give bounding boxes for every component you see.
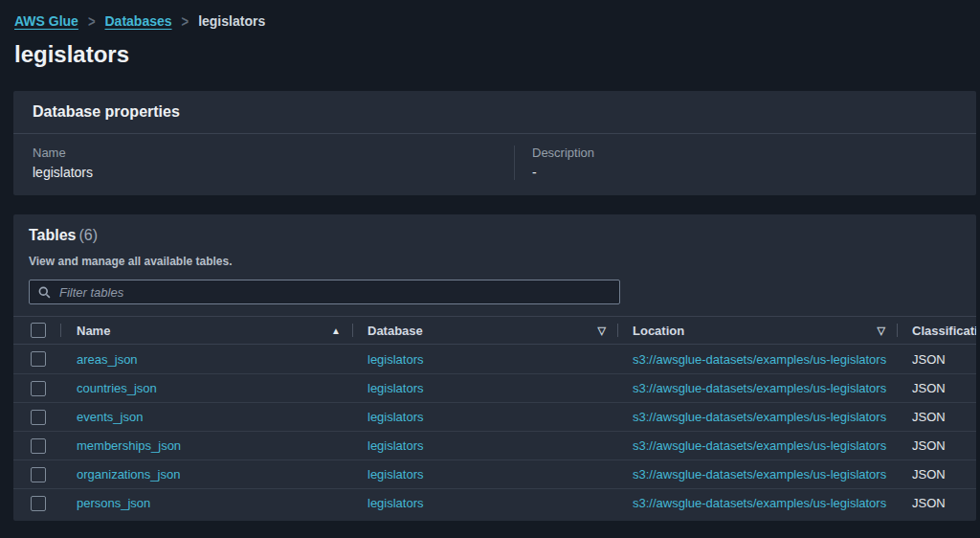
cell-select [13, 460, 60, 488]
row-checkbox[interactable] [31, 410, 46, 425]
table-row: memberships_json legislators s3://awsglu… [13, 431, 976, 460]
cell-database: legislators [352, 432, 617, 460]
header-cell-name[interactable]: Name ▲ [60, 317, 352, 344]
property-name-label: Name [33, 146, 514, 160]
filter-tables-input[interactable] [57, 284, 611, 301]
cell-name: countries_json [60, 374, 352, 402]
table-row: countries_json legislators s3://awsglue-… [13, 373, 976, 402]
cell-classification: JSON [897, 460, 976, 488]
row-checkbox[interactable] [31, 351, 46, 367]
header-cell-classification[interactable]: Classification [897, 317, 976, 344]
location-link[interactable]: s3://awsglue-datasets/examples/us-legisl… [633, 496, 897, 510]
cell-database: legislators [352, 345, 617, 373]
cell-location: s3://awsglue-datasets/examples/us-legisl… [617, 345, 897, 373]
cell-classification: JSON [897, 403, 976, 431]
database-link[interactable]: legislators [368, 467, 424, 482]
cell-location: s3://awsglue-datasets/examples/us-legisl… [617, 432, 897, 460]
classification-value: JSON [912, 467, 946, 482]
location-link[interactable]: s3://awsglue-datasets/examples/us-legisl… [633, 438, 897, 453]
row-checkbox[interactable] [31, 496, 46, 511]
tables-title-text: Tables [29, 227, 77, 243]
property-name-value: legislators [33, 165, 514, 180]
cell-database: legislators [352, 374, 617, 402]
page-title: legislators [14, 41, 980, 68]
table-name-link[interactable]: events_json [77, 410, 143, 424]
row-checkbox[interactable] [31, 467, 46, 482]
sort-indicator-icon[interactable]: ▽ [598, 325, 606, 337]
table-row: events_json legislators s3://awsglue-dat… [13, 402, 976, 431]
header-cell-select [13, 317, 60, 344]
breadcrumb-link-aws-glue[interactable]: AWS Glue [14, 13, 78, 29]
row-checkbox[interactable] [31, 438, 46, 454]
filter-tables-box[interactable] [29, 280, 620, 304]
cell-database: legislators [352, 403, 617, 431]
cell-location: s3://awsglue-datasets/examples/us-legisl… [617, 374, 897, 402]
tables-panel: Tables(6) View and manage all available … [13, 214, 976, 521]
classification-value: JSON [912, 496, 946, 510]
cell-classification: JSON [897, 345, 976, 373]
classification-value: JSON [912, 381, 946, 395]
cell-select [13, 403, 60, 431]
tables-title: Tables(6) [29, 226, 961, 245]
cell-select [13, 432, 60, 460]
cell-location: s3://awsglue-datasets/examples/us-legisl… [617, 460, 897, 488]
sort-indicator-icon[interactable]: ▽ [878, 325, 885, 337]
cell-location: s3://awsglue-datasets/examples/us-legisl… [617, 489, 897, 517]
database-link[interactable]: legislators [368, 381, 424, 395]
breadcrumb-current: legislators [198, 13, 265, 29]
table-name-link[interactable]: organizations_json [77, 467, 180, 482]
header-cell-database[interactable]: Database ▽ [352, 317, 617, 344]
location-link[interactable]: s3://awsglue-datasets/examples/us-legisl… [633, 410, 897, 424]
property-name: Name legislators [33, 146, 514, 180]
column-label-classification: Classification [912, 324, 976, 338]
classification-value: JSON [912, 410, 946, 424]
row-checkbox[interactable] [31, 381, 46, 396]
cell-name: organizations_json [60, 460, 352, 488]
cell-classification: JSON [897, 489, 976, 517]
database-properties-panel: Database properties Name legislators Des… [13, 91, 976, 195]
search-icon [38, 286, 51, 299]
database-link[interactable]: legislators [368, 410, 424, 424]
cell-classification: JSON [897, 432, 976, 460]
cell-name: persons_json [60, 489, 352, 517]
cell-name: events_json [60, 403, 352, 431]
table-row: persons_json legislators s3://awsglue-da… [13, 488, 976, 517]
classification-value: JSON [912, 438, 946, 453]
tables-description: View and manage all available tables. [29, 255, 961, 268]
table-name-link[interactable]: areas_json [77, 352, 138, 367]
property-description-value: - [532, 165, 957, 180]
cell-name: areas_json [60, 345, 352, 373]
breadcrumb-link-databases[interactable]: Databases [105, 13, 172, 29]
column-label-location: Location [633, 324, 684, 338]
property-description: Description - [514, 146, 957, 180]
database-properties-body: Name legislators Description - [13, 134, 976, 195]
breadcrumb-separator-icon: > [182, 12, 189, 31]
cell-database: legislators [352, 489, 617, 517]
table-row: areas_json legislators s3://awsglue-data… [13, 345, 976, 373]
database-link[interactable]: legislators [368, 352, 424, 367]
location-link[interactable]: s3://awsglue-datasets/examples/us-legisl… [633, 352, 897, 367]
tables-panel-header: Tables(6) View and manage all available … [13, 214, 976, 268]
tables-count-badge: (6) [79, 227, 99, 243]
column-label-name: Name [77, 324, 110, 338]
table-name-link[interactable]: persons_json [77, 496, 150, 510]
cell-select [13, 374, 60, 402]
location-link[interactable]: s3://awsglue-datasets/examples/us-legisl… [633, 467, 897, 482]
column-label-database: Database [368, 324, 423, 338]
database-link[interactable]: legislators [368, 438, 424, 453]
table-header-row: Name ▲ Database ▽ Location ▽ Classificat… [13, 316, 976, 345]
table-name-link[interactable]: memberships_json [77, 438, 181, 453]
breadcrumb-separator-icon: > [88, 12, 96, 31]
cell-classification: JSON [897, 374, 976, 402]
select-all-checkbox[interactable] [31, 323, 46, 338]
sort-ascending-icon[interactable]: ▲ [331, 325, 341, 336]
classification-value: JSON [912, 352, 946, 367]
location-link[interactable]: s3://awsglue-datasets/examples/us-legisl… [633, 381, 897, 395]
tables-table: Name ▲ Database ▽ Location ▽ Classificat… [13, 316, 976, 517]
database-link[interactable]: legislators [368, 496, 424, 510]
table-row: organizations_json legislators s3://awsg… [13, 460, 976, 488]
breadcrumb: AWS Glue > Databases > legislators [14, 13, 980, 29]
header-cell-location[interactable]: Location ▽ [617, 317, 897, 344]
cell-select [13, 345, 60, 373]
table-name-link[interactable]: countries_json [77, 381, 157, 395]
